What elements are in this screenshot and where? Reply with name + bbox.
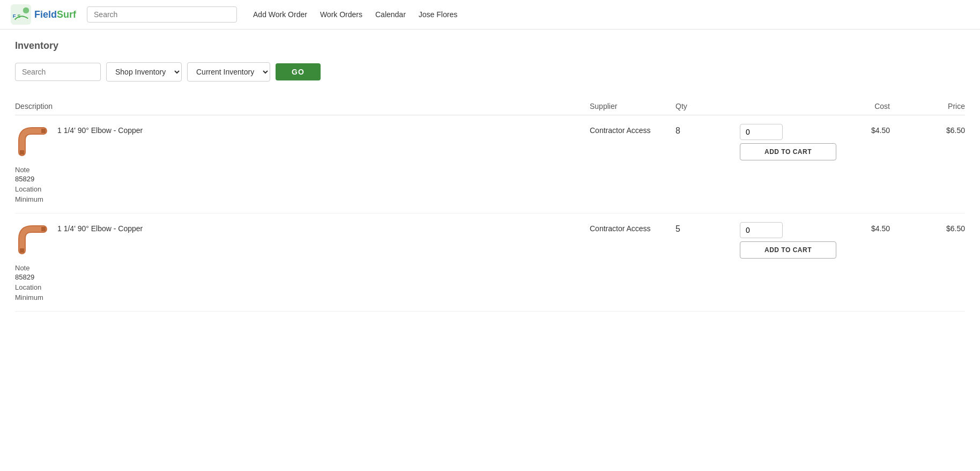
item-1-description: 1 1/4' 90° Elbow - Copper (57, 124, 143, 135)
svg-rect-5 (41, 129, 46, 133)
svg-text:F: F (13, 13, 16, 19)
page-title: Inventory (15, 40, 965, 51)
nav-work-orders[interactable]: Work Orders (320, 10, 362, 19)
item-2-image (15, 222, 50, 257)
inventory-item-1: 1 1/4' 90° Elbow - Copper Contractor Acc… (15, 115, 965, 214)
current-inventory-select[interactable]: Current Inventory All Inventory (187, 62, 270, 82)
header-description: Description (15, 102, 590, 111)
nav-calendar[interactable]: Calendar (375, 10, 406, 19)
header-qty: Qty (675, 102, 740, 111)
item-1-meta: Note 85829 Location Minimum (15, 166, 965, 203)
item-1-supplier: Contractor Access (590, 124, 675, 135)
header-supplier: Supplier (590, 102, 675, 111)
item-2-note-label: Note (15, 264, 965, 272)
item-2-location-label: Location (15, 283, 965, 291)
item-2-description: 1 1/4' 90° Elbow - Copper (57, 222, 143, 233)
item-2-cost: $4.50 (836, 222, 901, 233)
item-1-note-value: 85829 (15, 175, 965, 183)
item-2-meta: Note 85829 Location Minimum (15, 264, 965, 301)
item-2-minimum-label: Minimum (15, 293, 965, 301)
header-cost: Cost (836, 102, 901, 111)
header-search-input[interactable] (87, 6, 237, 23)
item-1-qty-input[interactable] (740, 124, 783, 140)
item-2-note-value: 85829 (15, 273, 965, 281)
item-1-location-label: Location (15, 185, 965, 193)
nav-add-work-order[interactable]: Add Work Order (253, 10, 307, 19)
item-2-qty: 5 (675, 222, 740, 234)
item-1-cost: $4.50 (836, 124, 901, 135)
nav-user-menu[interactable]: Jose Flores (419, 10, 457, 19)
item-1-description-col: 1 1/4' 90° Elbow - Copper (15, 124, 590, 159)
item-1-note-label: Note (15, 166, 965, 174)
svg-rect-6 (20, 248, 24, 253)
logo-fieldsurf-text: FieldSurf (34, 9, 76, 20)
svg-point-3 (23, 8, 29, 13)
item-2-qty-input[interactable] (740, 222, 783, 238)
item-1-price: $6.50 (901, 124, 965, 135)
item-2-price: $6.50 (901, 222, 965, 233)
item-2-description-col: 1 1/4' 90° Elbow - Copper (15, 222, 590, 257)
filter-search-input[interactable] (15, 63, 101, 81)
item-1-minimum-label: Minimum (15, 195, 965, 203)
logo-icon: F S (11, 4, 31, 25)
item-2-add-to-cart-button[interactable]: ADD TO CART (740, 241, 836, 259)
header: F S FieldSurf Add Work Order Work Orders… (0, 0, 980, 30)
header-price: Price (901, 102, 965, 111)
header-nav: Add Work Order Work Orders Calendar Jose… (253, 10, 457, 19)
go-button[interactable]: GO (276, 63, 321, 80)
filter-bar: Shop Inventory Field Inventory Current I… (15, 62, 965, 82)
item-2-cart-col: ADD TO CART (740, 222, 836, 259)
svg-rect-7 (41, 227, 46, 231)
logo: F S FieldSurf (11, 4, 76, 25)
item-2-supplier: Contractor Access (590, 222, 675, 233)
item-1-cart-col: ADD TO CART (740, 124, 836, 160)
item-1-add-to-cart-button[interactable]: ADD TO CART (740, 143, 836, 160)
shop-inventory-select[interactable]: Shop Inventory Field Inventory (106, 62, 182, 82)
page-content: Inventory Shop Inventory Field Inventory… (0, 30, 980, 322)
table-header: Description Supplier Qty Cost Price (15, 98, 965, 115)
item-1-qty: 8 (675, 124, 740, 136)
header-input-col (740, 102, 836, 111)
svg-rect-4 (20, 150, 24, 154)
inventory-item-2: 1 1/4' 90° Elbow - Copper Contractor Acc… (15, 214, 965, 312)
item-1-image (15, 124, 50, 159)
